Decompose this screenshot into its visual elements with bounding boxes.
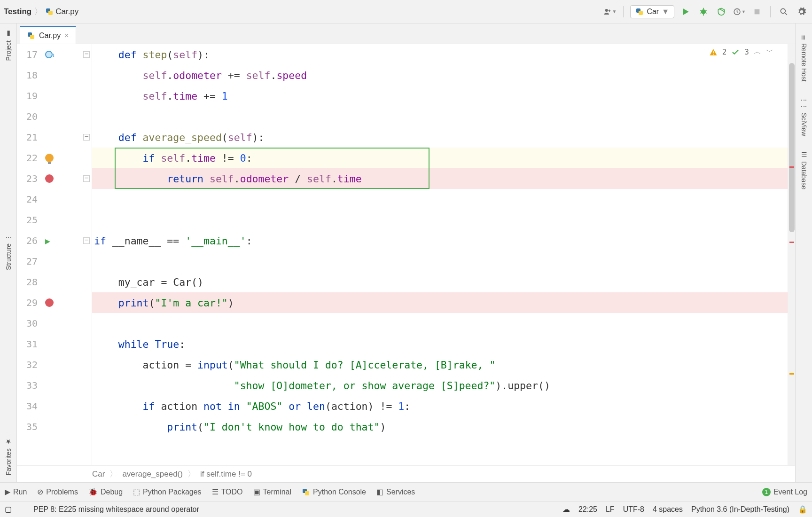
code-line[interactable] [92,313,788,334]
gutter-row[interactable]: 23 [17,168,92,189]
gutter-row[interactable]: 28 [17,272,92,292]
database-icon: ☰ [800,151,808,158]
run-gutter-icon[interactable]: ▶ [45,236,50,246]
code-line[interactable]: self.time += 1 [92,86,788,106]
fold-icon[interactable] [83,237,90,244]
gutter[interactable]: 17181920212223242526▶272829303132333435 [17,44,92,465]
problems-tool-button[interactable]: ⊘Problems [37,487,78,496]
sciview-tool-button[interactable]: ⋮⋮ SciView [798,90,810,143]
gutter-row[interactable]: 30 [17,313,92,334]
stripe-warning-mark[interactable] [789,373,794,375]
search-button[interactable] [777,5,790,18]
tool-windows-icon[interactable]: ▢ [5,505,12,514]
gutter-row[interactable]: 25 [17,210,92,230]
gutter-row[interactable]: 26▶ [17,230,92,251]
code-line[interactable]: if __name__ == '__main__': [92,230,788,251]
code-line[interactable]: return self.odometer / self.time [92,168,788,189]
coverage-button[interactable] [715,5,728,18]
chevron-up-icon[interactable]: ︿ [754,47,761,57]
remote-host-tool-button[interactable]: ≣ Remote Host [798,28,810,88]
gutter-row[interactable]: 19 [17,86,92,106]
caret-position[interactable]: 22:25 [578,505,597,514]
line-separator[interactable]: LF [606,505,615,514]
add-user-button[interactable]: ▼ [603,5,617,18]
debug-button[interactable] [697,5,710,18]
code-line[interactable]: def step(self): [92,44,788,65]
chevron-down-icon[interactable]: ﹀ [766,47,773,57]
code-line[interactable]: print("I don't know how to do that") [92,416,788,437]
gutter-row[interactable]: 21 [17,127,92,148]
close-icon[interactable]: × [64,31,69,40]
structure-tool-button[interactable]: Structure ⋮ [3,227,14,277]
stop-button[interactable] [750,5,764,18]
gutter-row[interactable]: 31 [17,334,92,354]
console-tool-button[interactable]: Python Console [302,488,366,496]
code-line[interactable] [92,189,788,210]
gutter-row[interactable]: 20 [17,106,92,127]
nav-crumb[interactable]: average_speed() [122,470,183,479]
gutter-row[interactable]: 22 [17,148,92,168]
fold-icon[interactable] [83,175,90,182]
encoding[interactable]: UTF-8 [623,505,644,514]
breakpoint-icon[interactable] [45,298,54,307]
favorites-tool-button[interactable]: Favorites ★ [3,431,14,482]
breadcrumb-project[interactable]: Testing [4,7,31,16]
lock-icon[interactable]: 🔒 [798,505,807,514]
code-line[interactable]: action = input("What should I do? [A]cce… [92,354,788,375]
gutter-row[interactable]: 18 [17,65,92,86]
code-area[interactable]: 2 3 ︿ ﹀ def step(self): self.odometer +=… [92,44,788,465]
gutter-row[interactable]: 29 [17,292,92,313]
intention-bulb-icon[interactable] [45,154,54,162]
gutter-row[interactable]: 24 [17,189,92,210]
code-line[interactable]: if action not in "ABOS" or len(action) !… [92,396,788,416]
project-tool-button[interactable]: Project ▮ [3,24,14,68]
nav-crumb[interactable]: if self.time != 0 [200,470,252,479]
gutter-row[interactable]: 35 [17,416,92,437]
todo-tool-button[interactable]: ☰TODO [212,487,243,496]
run-tool-button[interactable]: ▶Run [5,487,27,496]
event-log-button[interactable]: 1Event Log [762,488,807,496]
code-line[interactable] [92,210,788,230]
gutter-row[interactable]: 32 [17,354,92,375]
database-tool-button[interactable]: ☰ Database [798,144,810,196]
sync-icon[interactable]: ☁ [562,505,570,514]
gutter-row[interactable]: 33 [17,375,92,396]
code-line[interactable]: def average_speed(self): [92,127,788,148]
code-line[interactable]: while True: [92,334,788,354]
gutter-row[interactable]: 17 [17,44,92,65]
indent[interactable]: 4 spaces [653,505,683,514]
code-line[interactable]: print("I'm a car!") [92,292,788,313]
error-stripe[interactable] [788,44,795,465]
code-line[interactable]: self.odometer += self.speed [92,65,788,86]
editor-tab-bar: Car.py × [17,24,795,44]
run-button[interactable] [679,5,692,18]
terminal-tool-button[interactable]: ▣Terminal [253,487,291,496]
debug-tool-button[interactable]: 🐞Debug [88,487,123,496]
gutter-row[interactable]: 27 [17,251,92,272]
override-icon[interactable] [45,51,53,58]
breakpoint-icon[interactable] [45,174,54,183]
interpreter[interactable]: Python 3.6 (In-Depth-Testing) [691,505,789,514]
code-line[interactable]: "show [O]dometer, or show average [S]pee… [92,375,788,396]
stripe-error-mark[interactable] [789,166,794,168]
nav-crumb[interactable]: Car [92,470,105,479]
inspection-widget[interactable]: 2 3 ︿ ﹀ [709,47,773,57]
code-line[interactable] [92,251,788,272]
fold-icon[interactable] [83,51,90,58]
scrollbar-thumb[interactable] [789,63,795,232]
warning-icon [709,48,718,56]
gutter-row[interactable]: 34 [17,396,92,416]
python-icon [635,8,644,16]
services-tool-button[interactable]: ◧Services [376,487,415,496]
code-line[interactable] [92,106,788,127]
profile-button[interactable]: ▼ [733,5,746,18]
run-config-selector[interactable]: Car ▼ [630,5,674,18]
stripe-error-mark[interactable] [789,242,794,243]
breadcrumb-file[interactable]: Car.py [45,7,78,16]
code-line[interactable]: my_car = Car() [92,272,788,292]
editor-tab[interactable]: Car.py × [20,26,76,44]
packages-tool-button[interactable]: ⬚Python Packages [133,487,202,496]
settings-button[interactable] [795,5,808,18]
fold-icon[interactable] [83,134,90,141]
code-line[interactable]: if self.time != 0: [92,148,788,168]
